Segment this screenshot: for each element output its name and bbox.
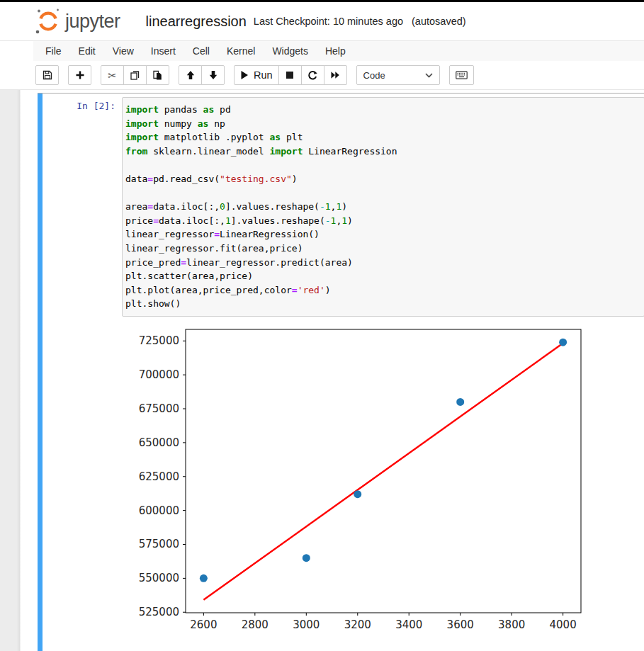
copy-cell-button[interactable] [123, 65, 147, 85]
jupyter-logo-text: jupyter [65, 11, 120, 33]
cell-type-dropdown[interactable]: Code [356, 65, 440, 85]
menu-item-cell[interactable]: Cell [184, 41, 218, 61]
cell-output-area: 2600280030003200340036003800400052500055… [122, 321, 644, 651]
keyboard-icon [456, 71, 468, 79]
menu-item-file[interactable]: File [37, 41, 70, 61]
svg-text:575000: 575000 [139, 538, 179, 550]
add-cell-button[interactable] [68, 65, 91, 85]
menu-bar: File Edit View Insert Cell Kernel Widget… [0, 40, 644, 61]
regression-plot: 2600280030003200340036003800400052500055… [122, 321, 632, 651]
restart-run-all-button[interactable] [324, 65, 347, 85]
cell-type-value: Code [363, 70, 385, 81]
input-prompt: In [2]: [43, 97, 122, 317]
selected-cell-indicator [38, 94, 43, 651]
notebook-header: jupyter linearregression Last Checkpoint… [0, 2, 644, 40]
menu-item-insert[interactable]: Insert [142, 41, 184, 61]
menu-item-kernel[interactable]: Kernel [218, 41, 264, 61]
code-editor[interactable]: import pandas as pdimport numpy as npimp… [122, 97, 644, 317]
code-text: import pandas as pdimport numpy as npimp… [125, 103, 641, 311]
svg-text:3600: 3600 [447, 618, 474, 631]
move-cell-up-button[interactable] [179, 65, 202, 85]
paste-icon [152, 70, 163, 81]
restart-run-all-icon [330, 70, 340, 80]
code-cell[interactable]: In [2]: import pandas as pdimport numpy … [38, 93, 644, 651]
jupyter-logo-icon [33, 7, 63, 35]
menu-item-view[interactable]: View [104, 41, 142, 61]
checkpoint-status: Last Checkpoint: 10 minutes ago [254, 16, 403, 27]
cut-cell-button[interactable]: ✂ [101, 65, 124, 85]
menu-item-edit[interactable]: Edit [70, 41, 104, 61]
save-button[interactable] [35, 65, 59, 85]
svg-text:600000: 600000 [139, 504, 179, 517]
add-cell-icon [75, 70, 85, 80]
svg-text:725000: 725000 [139, 334, 179, 347]
svg-text:550000: 550000 [139, 572, 179, 584]
notebook-container: In [2]: import pandas as pdimport numpy … [21, 90, 644, 651]
notebook-title[interactable]: linearregression [146, 13, 247, 30]
svg-text:2600: 2600 [190, 618, 217, 631]
stop-icon [285, 70, 295, 80]
cell-input-area: In [2]: import pandas as pdimport numpy … [43, 97, 644, 317]
command-palette-button[interactable] [449, 65, 474, 85]
svg-text:2800: 2800 [242, 618, 269, 631]
autosave-status: (autosaved) [412, 16, 466, 27]
move-up-icon [186, 70, 196, 80]
run-icon [240, 70, 249, 80]
toolbar: ✂ [0, 61, 644, 90]
svg-text:700000: 700000 [139, 368, 179, 381]
menu-item-help[interactable]: Help [317, 41, 354, 61]
svg-text:3000: 3000 [293, 618, 320, 631]
restart-kernel-icon [307, 70, 318, 81]
menu-item-widgets[interactable]: Widgets [264, 41, 317, 61]
restart-kernel-button[interactable] [301, 65, 324, 85]
move-cell-down-button[interactable] [201, 65, 225, 85]
svg-text:625000: 625000 [139, 470, 179, 483]
svg-text:675000: 675000 [139, 402, 179, 415]
svg-text:4000: 4000 [550, 618, 577, 631]
svg-text:525000: 525000 [139, 606, 179, 618]
svg-text:3400: 3400 [395, 618, 422, 631]
move-down-icon [208, 70, 218, 80]
svg-text:3200: 3200 [344, 618, 371, 631]
run-button[interactable]: Run [234, 65, 279, 85]
jupyter-logo[interactable]: jupyter [33, 7, 120, 35]
jupyter-notebook-app: jupyter linearregression Last Checkpoint… [0, 0, 644, 651]
svg-text:650000: 650000 [139, 436, 179, 449]
svg-text:3800: 3800 [498, 618, 525, 631]
paste-cell-button[interactable] [146, 65, 169, 85]
notebook-page-background: In [2]: import pandas as pdimport numpy … [0, 90, 644, 651]
copy-icon [130, 70, 140, 81]
save-icon [43, 70, 52, 80]
interrupt-kernel-button[interactable] [278, 65, 302, 85]
menu-strip: File Edit View Insert Cell Kernel Widget… [33, 41, 644, 61]
chevron-down-icon [425, 73, 433, 78]
run-button-label: Run [254, 69, 273, 81]
cut-icon: ✂ [108, 70, 117, 81]
